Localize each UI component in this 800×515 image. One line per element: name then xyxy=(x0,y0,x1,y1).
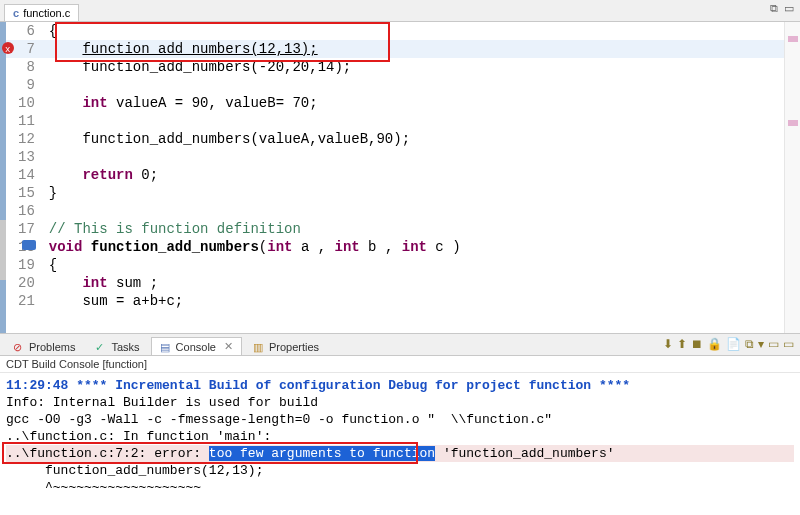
line-number: 15 xyxy=(0,184,45,202)
console-toolbar-icon-8[interactable]: ▭ xyxy=(783,337,794,351)
code-line[interactable]: 9 xyxy=(0,76,800,94)
view-tab-console[interactable]: Console✕ xyxy=(151,337,242,355)
line-number: 14 xyxy=(0,166,45,184)
code-text: int sum ; xyxy=(45,274,800,292)
code-line[interactable]: 18void function_add_numbers(int a , int … xyxy=(0,238,800,256)
override-indicator-icon[interactable] xyxy=(22,240,36,250)
task-icon xyxy=(95,341,107,353)
code-text: return 0; xyxy=(45,166,800,184)
code-line[interactable]: 7 function_add_numbers(12,13); xyxy=(0,40,800,58)
code-text: int valueA = 90, valueB= 70; xyxy=(45,94,800,112)
c-file-icon: c xyxy=(13,7,19,19)
editor-tab-label: function.c xyxy=(23,7,70,19)
code-line[interactable]: 13 xyxy=(0,148,800,166)
line-number: 16 xyxy=(0,202,45,220)
code-line[interactable]: 19{ xyxy=(0,256,800,274)
editor-tabbar: c function.c ⧉ ▭ xyxy=(0,0,800,22)
line-number: 19 xyxy=(0,256,45,274)
editor-tab-controls: ⧉ ▭ xyxy=(770,2,794,15)
line-number: 17 xyxy=(0,220,45,238)
bottom-panel: ProblemsTasksConsole✕Properties⬇⬆⏹🔒📄⧉▾▭▭… xyxy=(0,334,800,515)
overview-ruler-segment xyxy=(0,220,6,280)
console-toolbar-icon-0[interactable]: ⬇ xyxy=(663,337,673,351)
close-icon[interactable]: ✕ xyxy=(224,340,233,353)
code-line[interactable]: 15} xyxy=(0,184,800,202)
code-line[interactable]: 10 int valueA = 90, valueB= 70; xyxy=(0,94,800,112)
code-line[interactable]: 8 function_add_numbers(-20,20,14); xyxy=(0,58,800,76)
view-tab-label: Tasks xyxy=(111,341,139,353)
console-line: ..\function.c: In function 'main': xyxy=(6,428,794,445)
code-line[interactable]: 6{ xyxy=(0,22,800,40)
code-text: void function_add_numbers(int a , int b … xyxy=(45,238,800,256)
console-toolbar-icon-3[interactable]: 🔒 xyxy=(707,337,722,351)
line-number: 6 xyxy=(0,22,45,40)
err-icon xyxy=(13,341,25,353)
overview-ruler xyxy=(0,22,6,333)
error-marker-icon[interactable] xyxy=(2,42,14,54)
right-overview-ruler xyxy=(784,22,800,333)
code-text: function_add_numbers(12,13); xyxy=(45,40,800,58)
console-toolbar-icon-4[interactable]: 📄 xyxy=(726,337,741,351)
console-title: CDT Build Console [function] xyxy=(0,356,800,373)
editor-pane[interactable]: 6{7 function_add_numbers(12,13);8 functi… xyxy=(0,22,800,334)
console-line: 11:29:48 **** Incremental Build of confi… xyxy=(6,377,794,394)
code-text xyxy=(45,76,800,94)
console-toolbar-icon-7[interactable]: ▭ xyxy=(768,337,779,351)
line-number: 12 xyxy=(0,130,45,148)
code-text: function_add_numbers(valueA,valueB,90); xyxy=(45,130,800,148)
console-toolbar: ⬇⬆⏹🔒📄⧉▾▭▭ xyxy=(663,337,794,351)
line-number: 21 xyxy=(0,292,45,310)
error-highlight: too few arguments to function xyxy=(209,446,435,461)
views-tabbar: ProblemsTasksConsole✕Properties⬇⬆⏹🔒📄⧉▾▭▭ xyxy=(0,334,800,356)
code-text: { xyxy=(45,256,800,274)
view-tab-label: Console xyxy=(176,341,216,353)
code-line[interactable]: 17// This is function definition xyxy=(0,220,800,238)
code-line[interactable]: 14 return 0; xyxy=(0,166,800,184)
code-text: } xyxy=(45,184,800,202)
code-text xyxy=(45,148,800,166)
console-line: ^~~~~~~~~~~~~~~~~~~~ xyxy=(6,479,794,496)
view-tab-label: Problems xyxy=(29,341,75,353)
console-body[interactable]: 11:29:48 **** Incremental Build of confi… xyxy=(0,373,800,515)
view-tab-properties[interactable]: Properties xyxy=(244,338,328,355)
line-number: 13 xyxy=(0,148,45,166)
line-number: 9 xyxy=(0,76,45,94)
line-number: 11 xyxy=(0,112,45,130)
line-number: 8 xyxy=(0,58,45,76)
editor-tab-function-c[interactable]: c function.c xyxy=(4,4,79,21)
code-text: sum = a+b+c; xyxy=(45,292,800,310)
console-toolbar-icon-1[interactable]: ⬆ xyxy=(677,337,687,351)
code-text xyxy=(45,112,800,130)
code-line[interactable]: 11 xyxy=(0,112,800,130)
view-tab-problems[interactable]: Problems xyxy=(4,338,84,355)
console-toolbar-icon-5[interactable]: ⧉ xyxy=(745,337,754,351)
console-toolbar-icon-6[interactable]: ▾ xyxy=(758,337,764,351)
code-line[interactable]: 21 sum = a+b+c; xyxy=(0,292,800,310)
cons-icon xyxy=(160,341,172,353)
code-line[interactable]: 20 int sum ; xyxy=(0,274,800,292)
console-line: Info: Internal Builder is used for build xyxy=(6,394,794,411)
view-tab-label: Properties xyxy=(269,341,319,353)
code-line[interactable]: 16 xyxy=(0,202,800,220)
code-line[interactable]: 12 function_add_numbers(valueA,valueB,90… xyxy=(0,130,800,148)
line-number: 10 xyxy=(0,94,45,112)
console-line: ..\function.c:7:2: error: too few argume… xyxy=(6,445,794,462)
restore-icon[interactable]: ⧉ xyxy=(770,2,778,15)
console-line: function_add_numbers(12,13); xyxy=(6,462,794,479)
console-toolbar-icon-2[interactable]: ⏹ xyxy=(691,337,703,351)
code-text: // This is function definition xyxy=(45,220,800,238)
console-line: gcc -O0 -g3 -Wall -c -fmessage-length=0 … xyxy=(6,411,794,428)
code-text xyxy=(45,202,800,220)
code-text: { xyxy=(45,22,800,40)
line-number: 20 xyxy=(0,274,45,292)
code-table: 6{7 function_add_numbers(12,13);8 functi… xyxy=(0,22,800,310)
code-text: function_add_numbers(-20,20,14); xyxy=(45,58,800,76)
prop-icon xyxy=(253,341,265,353)
maximize-icon[interactable]: ▭ xyxy=(784,2,794,15)
view-tab-tasks[interactable]: Tasks xyxy=(86,338,148,355)
